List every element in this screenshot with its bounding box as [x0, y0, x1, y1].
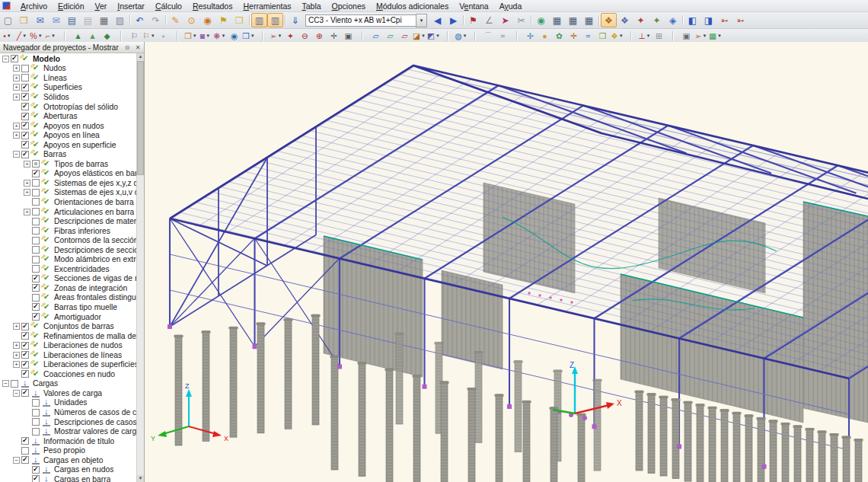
model-3d-view[interactable]: Z X Z Y X	[145, 42, 868, 482]
tree-item[interactable]: Áreas frontales distinguidas p	[0, 293, 137, 303]
window-layout-button[interactable]: ◨▼	[700, 13, 716, 27]
menu-item[interactable]: Edición	[53, 1, 89, 11]
display-properties-button[interactable]: ❖▼	[601, 13, 617, 27]
tree-item[interactable]: Sistemas de ejes x,u,v de las barras	[0, 188, 137, 198]
scroll-up-icon[interactable]: ▲	[137, 53, 144, 60]
spline-tool-button[interactable]: ≈▼	[581, 30, 595, 43]
visibility-checkbox[interactable]	[21, 141, 29, 148]
save-as-button[interactable]: ▤▼	[80, 13, 96, 27]
tree-item[interactable]: Superficies	[0, 83, 137, 93]
division-tool-button[interactable]: ▫▼	[156, 30, 171, 43]
results-display-button[interactable]: ➤▼	[497, 13, 513, 27]
visibility-checkbox[interactable]	[21, 122, 29, 129]
tree-item[interactable]: Refinamientos de malla de EF	[0, 331, 137, 341]
animation-button[interactable]: ◉▼	[533, 13, 549, 27]
table-goto-3-button[interactable]: ▦▼	[581, 13, 597, 27]
menu-item[interactable]: Archivo	[15, 1, 53, 11]
expand-toggle-icon[interactable]	[13, 323, 20, 330]
expand-toggle-icon[interactable]	[13, 390, 20, 397]
visibility-checkbox[interactable]	[32, 256, 40, 263]
toggle-tables-button[interactable]: ▥▼	[251, 13, 267, 27]
tree-item[interactable]: Descripciones de materiales	[0, 216, 137, 226]
new-model-button[interactable]: ▢▼	[0, 13, 16, 27]
tree-item[interactable]: Conjuntos de barras	[0, 321, 137, 331]
block-tool-button[interactable]: ❒▼	[595, 30, 610, 43]
surface-support-tool-button[interactable]: ◆▼	[100, 30, 114, 43]
scrollbar-thumb[interactable]	[137, 61, 144, 175]
imperfection-tool-button[interactable]: ◉▼	[227, 30, 241, 43]
tree-item[interactable]: Números de casos de carga	[0, 407, 137, 417]
redo-button[interactable]: ↷▼	[148, 13, 164, 27]
expand-toggle-icon[interactable]	[13, 342, 20, 349]
previous-load-case-button[interactable]: ◀▼	[429, 13, 445, 27]
member-tool-button[interactable]: ⌐▼	[43, 30, 58, 43]
model-viewport[interactable]: Z X Z Y X	[145, 42, 868, 482]
tree-item[interactable]: Sólidos	[0, 92, 137, 102]
visibility-user-button[interactable]: ✦▼	[633, 13, 649, 27]
save-button[interactable]: ▤▼	[64, 13, 80, 27]
visibility-checkbox[interactable]	[32, 475, 40, 482]
node-tool-button[interactable]: •▼	[0, 30, 14, 43]
view-z-button[interactable]: ▱▼	[397, 30, 412, 43]
solid-tool-button[interactable]: ❋▼	[212, 30, 227, 43]
expand-toggle-icon[interactable]	[24, 209, 30, 215]
visibility-checkbox[interactable]	[32, 409, 40, 417]
table-goto-2-button[interactable]: ▦▼	[565, 13, 581, 27]
tree-item[interactable]: Zonas de integración	[0, 283, 137, 293]
expand-toggle-icon[interactable]	[2, 380, 9, 387]
pin-view-1-button[interactable]: ➳▼	[716, 13, 732, 27]
full-view-tool-button[interactable]: ▣▼	[341, 30, 356, 43]
visibility-checkbox[interactable]	[21, 113, 29, 120]
tree-item[interactable]: Coacciones en nudo	[0, 369, 137, 379]
tree-item[interactable]: Tipos de barras	[0, 159, 137, 169]
expand-toggle-icon[interactable]	[13, 352, 20, 359]
text-comment-tool-button[interactable]: ✛▼	[566, 30, 581, 43]
tree-item[interactable]: Cargas	[0, 379, 137, 389]
tree-scrollbar[interactable]: ▲ ▼	[136, 53, 144, 482]
visibility-checkbox[interactable]	[32, 265, 40, 273]
visibility-checkbox[interactable]	[32, 246, 40, 254]
section-tool-button[interactable]: ⌒▼	[481, 30, 496, 43]
close-icon[interactable]: ✕	[133, 43, 142, 52]
member-hinge-tool-button[interactable]: ⚐▼	[127, 30, 142, 43]
tree-item[interactable]: Fibras inferiores	[0, 226, 137, 236]
tree-item[interactable]: Amortiguador	[0, 312, 137, 322]
tree-item[interactable]: Apoyos en línea	[0, 130, 137, 140]
expand-toggle-icon[interactable]	[13, 75, 20, 81]
visibility-checkbox[interactable]	[21, 332, 29, 340]
comment-button[interactable]: ⚑▼	[215, 13, 231, 27]
menu-item[interactable]: Herramientas	[238, 1, 296, 11]
expand-toggle-icon[interactable]	[2, 56, 9, 62]
render-mode-button[interactable]: ◍▼	[454, 30, 468, 43]
visibility-checkbox[interactable]	[32, 313, 40, 321]
eccentricity-tool-button[interactable]: ⚐▼	[142, 30, 156, 43]
visibility-checkbox[interactable]	[32, 227, 40, 235]
menu-item[interactable]: Ventana	[454, 1, 494, 11]
menu-item[interactable]: Módulos adicionales	[371, 1, 454, 11]
clipping-plane-tool-button[interactable]: ≈▼	[496, 30, 510, 43]
toggle-panel-button[interactable]: ▥▼	[267, 13, 283, 27]
node-support-tool-button[interactable]: ▲▼	[71, 30, 85, 43]
visibility-generated-button[interactable]: ✦▼	[649, 13, 665, 27]
guide-object-tool-button[interactable]: ❒▼	[241, 30, 256, 43]
visibility-checkbox[interactable]	[32, 418, 40, 426]
zoom-region-button[interactable]: ⊙▼	[183, 13, 199, 27]
visibility-checkbox[interactable]	[21, 370, 29, 378]
select-special-tool-button[interactable]: ➢▼	[269, 30, 283, 43]
expand-toggle-icon[interactable]	[13, 123, 20, 129]
visibility-checkbox[interactable]	[32, 170, 40, 177]
visibility-checkbox[interactable]	[21, 323, 29, 330]
tree-item[interactable]: Valores de carga	[0, 388, 137, 398]
project-folder-button[interactable]: ❒▼	[231, 13, 247, 27]
visibility-checkbox[interactable]	[21, 132, 29, 139]
visual-objects-tool-button[interactable]: ❖▼	[610, 30, 624, 43]
visibility-checkbox[interactable]	[21, 65, 29, 72]
color-scale-tool-button[interactable]: ▦▼	[708, 30, 723, 43]
tree-item[interactable]: Cargas en objeto	[0, 455, 137, 465]
visibility-checkbox[interactable]	[11, 55, 18, 62]
visibility-checkbox[interactable]	[21, 342, 29, 350]
expand-toggle-icon[interactable]	[24, 161, 30, 168]
tree-item[interactable]: Liberaciones de líneas	[0, 350, 137, 360]
visibility-checkbox[interactable]	[21, 351, 29, 359]
tree-item[interactable]: Secciones de vigas de resultados	[0, 274, 137, 284]
